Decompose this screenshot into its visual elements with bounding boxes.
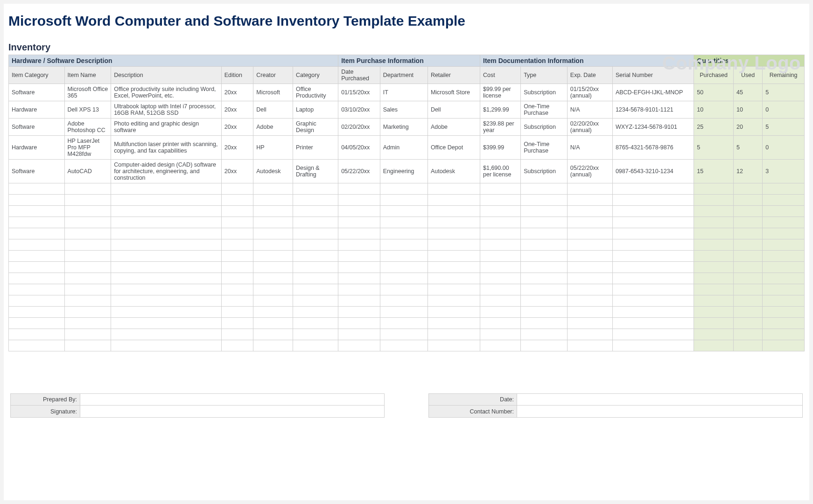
cell-empty[interactable] [521,195,568,206]
cell-empty[interactable] [428,228,480,239]
cell-purchased[interactable]: 50 [694,84,734,101]
cell-item-category[interactable]: Software [9,84,65,101]
cell-empty[interactable] [293,206,338,217]
cell-remaining[interactable]: 3 [763,160,805,183]
cell-empty[interactable] [428,195,480,206]
cell-date-purchased[interactable]: 05/22/20xx [338,160,380,183]
cell-empty[interactable] [763,195,805,206]
cell-empty[interactable] [428,217,480,228]
cell-empty[interactable] [111,273,222,284]
cell-empty[interactable] [567,262,612,273]
cell-empty[interactable] [221,318,253,329]
cell-empty[interactable] [380,295,428,307]
cell-empty[interactable] [480,307,521,318]
cell-empty[interactable] [338,318,380,329]
cell-empty[interactable] [221,273,253,284]
cell-empty[interactable] [338,228,380,239]
cell-description[interactable]: Photo editing and graphic design softwar… [111,119,222,136]
cell-empty[interactable] [428,284,480,295]
cell-empty[interactable] [694,307,734,318]
cell-empty[interactable] [567,318,612,329]
cell-empty[interactable] [64,307,111,318]
cell-empty[interactable] [293,217,338,228]
cell-empty[interactable] [221,251,253,262]
cell-empty[interactable] [221,307,253,318]
cell-retailer[interactable]: Autodesk [428,160,480,183]
cell-retailer[interactable]: Dell [428,101,480,119]
cell-description[interactable]: Ultrabook laptop with Intel i7 processor… [111,101,222,119]
cell-empty[interactable] [694,318,734,329]
cell-empty[interactable] [253,251,293,262]
cell-item-name[interactable]: Dell XPS 13 [64,101,111,119]
cell-empty[interactable] [111,307,222,318]
cell-empty[interactable] [480,329,521,340]
cell-department[interactable]: Admin [380,136,428,160]
cell-empty[interactable] [221,262,253,273]
input-prepared-by[interactable] [80,393,385,406]
cell-creator[interactable]: HP [253,136,293,160]
cell-empty[interactable] [612,340,694,351]
cell-empty[interactable] [111,262,222,273]
cell-serial-number[interactable]: 0987-6543-3210-1234 [612,160,694,183]
cell-empty[interactable] [221,195,253,206]
cell-empty[interactable] [253,183,293,195]
input-contact-number[interactable] [517,406,803,418]
cell-serial-number[interactable]: ABCD-EFGH-IJKL-MNOP [612,84,694,101]
cell-item-category[interactable]: Hardware [9,136,65,160]
cell-empty[interactable] [480,318,521,329]
input-signature[interactable] [80,406,385,418]
cell-empty[interactable] [733,206,762,217]
cell-empty[interactable] [694,329,734,340]
cell-empty[interactable] [428,273,480,284]
cell-empty[interactable] [612,183,694,195]
cell-empty[interactable] [763,307,805,318]
cell-empty[interactable] [338,340,380,351]
cell-empty[interactable] [733,284,762,295]
cell-empty[interactable] [253,340,293,351]
cell-empty[interactable] [567,273,612,284]
cell-empty[interactable] [763,217,805,228]
cell-exp-date[interactable]: 01/15/20xx (annual) [567,84,612,101]
cell-empty[interactable] [338,329,380,340]
cell-empty[interactable] [733,295,762,307]
cell-empty[interactable] [763,273,805,284]
cell-empty[interactable] [253,307,293,318]
cell-empty[interactable] [612,195,694,206]
cell-empty[interactable] [111,340,222,351]
cell-empty[interactable] [521,329,568,340]
cell-serial-number[interactable]: 1234-5678-9101-1121 [612,101,694,119]
cell-empty[interactable] [9,273,65,284]
cell-empty[interactable] [567,206,612,217]
cell-empty[interactable] [338,239,380,251]
cell-empty[interactable] [9,318,65,329]
cell-empty[interactable] [9,239,65,251]
cell-exp-date[interactable]: N/A [567,101,612,119]
cell-empty[interactable] [694,183,734,195]
cell-empty[interactable] [763,239,805,251]
cell-empty[interactable] [253,195,293,206]
cell-empty[interactable] [521,307,568,318]
cell-empty[interactable] [338,251,380,262]
cell-empty[interactable] [480,262,521,273]
cell-item-category[interactable]: Software [9,119,65,136]
cell-empty[interactable] [221,206,253,217]
cell-empty[interactable] [64,228,111,239]
cell-empty[interactable] [293,295,338,307]
cell-empty[interactable] [428,183,480,195]
cell-empty[interactable] [763,329,805,340]
cell-empty[interactable] [338,307,380,318]
cell-empty[interactable] [9,284,65,295]
cell-empty[interactable] [763,262,805,273]
cell-empty[interactable] [338,206,380,217]
cell-empty[interactable] [293,318,338,329]
cell-empty[interactable] [293,340,338,351]
cell-empty[interactable] [221,239,253,251]
cell-empty[interactable] [380,273,428,284]
cell-empty[interactable] [763,318,805,329]
cell-purchased[interactable]: 10 [694,101,734,119]
cell-empty[interactable] [521,183,568,195]
cell-empty[interactable] [567,183,612,195]
cell-empty[interactable] [64,195,111,206]
cell-used[interactable]: 10 [733,101,762,119]
cell-item-name[interactable]: Adobe Photoshop CC [64,119,111,136]
